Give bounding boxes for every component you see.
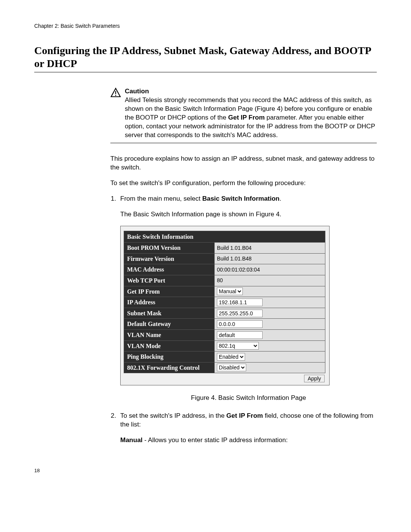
firmware-value: Build 1.01.B48 (215, 253, 325, 264)
caution-box: Caution Allied Telesis strongly recommen… (110, 88, 377, 140)
table-row: Firmware Version Build 1.01.B48 (124, 253, 325, 264)
ip-input[interactable] (217, 299, 263, 306)
table-row: VLAN Name (124, 329, 325, 340)
switch-info-table: Basic Switch Information Boot PROM Versi… (124, 231, 325, 383)
vlan-mode-select[interactable]: 802.1q (217, 342, 259, 350)
table-row: Web TCP Port 80 (124, 275, 325, 286)
section-rule (34, 72, 377, 72)
vlan-name-input[interactable] (217, 331, 263, 339)
table-row: Default Gateway (124, 319, 325, 330)
table-row: MAC Address 00:00:01:02:03:04 (124, 264, 325, 275)
figure-4: Basic Switch Information Boot PROM Versi… (120, 226, 377, 403)
get-ip-select[interactable]: Manual (217, 288, 243, 295)
figure-caption: Figure 4. Basic Switch Information Page (120, 394, 377, 403)
mac-value: 00:00:01:02:03:04 (215, 264, 325, 275)
section-title: Configuring the IP Address, Subnet Mask,… (34, 44, 377, 70)
caution-title: Caution (125, 88, 377, 95)
get-ip-label: Get IP From (124, 286, 215, 297)
subnet-label: Subnet Mask (124, 308, 215, 319)
vlan-name-label: VLAN Name (124, 329, 215, 340)
web-tcp-value: 80 (215, 275, 325, 286)
table-title: Basic Switch Information (124, 231, 325, 243)
page-number: 18 (34, 468, 377, 473)
dot1x-select[interactable]: Disabled (217, 364, 246, 371)
table-row: IP Address (124, 297, 325, 308)
web-tcp-label: Web TCP Port (124, 275, 215, 286)
apply-button[interactable]: Apply (304, 375, 324, 382)
table-row: Boot PROM Version Build 1.01.B04 (124, 243, 325, 254)
step-1: From the main menu, select Basic Switch … (118, 195, 377, 403)
mac-label: MAC Address (124, 264, 215, 275)
step-2: To set the switch's IP address, in the G… (118, 412, 377, 445)
caution-text: Allied Telesis strongly recommends that … (125, 96, 377, 140)
boot-prom-label: Boot PROM Version (124, 243, 215, 254)
warning-triangle-icon (110, 88, 121, 99)
caution-rule (110, 143, 377, 143)
svg-point-2 (115, 95, 116, 96)
intro-paragraph-2: To set the switch's IP configuration, pe… (110, 179, 377, 188)
table-row: Subnet Mask (124, 308, 325, 319)
procedure-list: From the main menu, select Basic Switch … (110, 195, 377, 445)
subnet-input[interactable] (217, 310, 263, 317)
switch-info-panel: Basic Switch Information Boot PROM Versi… (120, 226, 330, 385)
firmware-label: Firmware Version (124, 253, 215, 264)
boot-prom-value: Build 1.01.B04 (215, 243, 325, 254)
chapter-header: Chapter 2: Basic Switch Parameters (34, 23, 377, 29)
gateway-label: Default Gateway (124, 319, 215, 330)
apply-row: Apply (124, 373, 325, 383)
intro-paragraph-1: This procedure explains how to assign an… (110, 155, 377, 172)
ping-label: Ping Blocking (124, 351, 215, 363)
gateway-input[interactable] (217, 320, 263, 328)
ping-select[interactable]: Enabled (217, 353, 245, 361)
step-1-subtext: The Basic Switch Information page is sho… (120, 210, 377, 219)
table-row: VLAN Mode 802.1q (124, 340, 325, 351)
table-row: 802.1X Forwarding Control Disabled (124, 362, 325, 373)
vlan-mode-label: VLAN Mode (124, 340, 215, 351)
table-row: Ping Blocking Enabled (124, 351, 325, 363)
ip-label: IP Address (124, 297, 215, 308)
dot1x-label: 802.1X Forwarding Control (124, 362, 215, 373)
main-content: Caution Allied Telesis strongly recommen… (110, 88, 377, 445)
manual-option: Manual - Allows you to enter static IP a… (120, 436, 377, 445)
table-row: Get IP From Manual (124, 286, 325, 297)
